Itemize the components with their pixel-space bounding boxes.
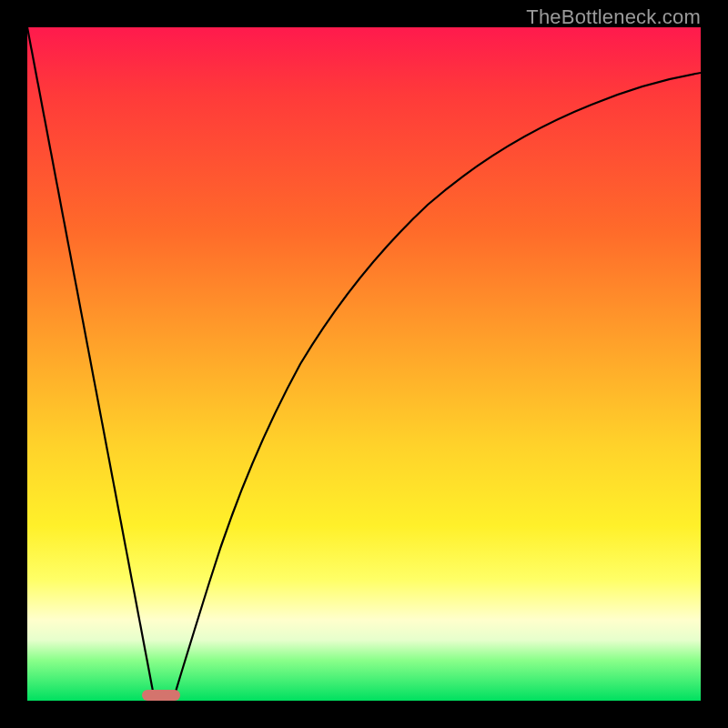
plot-area	[27, 27, 701, 701]
curve-layer	[27, 27, 701, 701]
left-branch-path	[27, 27, 155, 701]
bottleneck-marker	[142, 690, 180, 701]
watermark-text: TheBottleneck.com	[526, 5, 701, 29]
chart-frame: TheBottleneck.com	[0, 0, 728, 728]
right-branch-path	[173, 73, 701, 701]
